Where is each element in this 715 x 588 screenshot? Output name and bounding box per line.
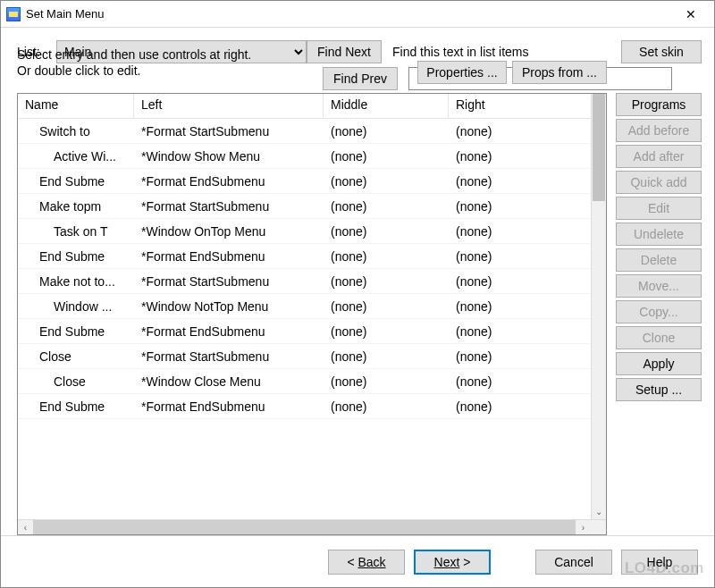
cell-name: Window ... <box>18 299 134 314</box>
undelete-button[interactable]: Undelete <box>616 223 702 246</box>
cell-left: *Format StartSubmenu <box>134 349 324 364</box>
cancel-button[interactable]: Cancel <box>535 550 612 575</box>
cell-left: *Format EndSubmenu <box>134 249 324 264</box>
wizard-buttons: < Back Next > Cancel Help <box>1 535 714 587</box>
cell-name: Close <box>18 374 134 389</box>
table-row[interactable]: Window ...*Window NotTop Menu(none)(none… <box>18 294 606 319</box>
cell-name: End Subme <box>18 324 134 339</box>
cell-left: *Window OnTop Menu <box>134 224 324 239</box>
cell-left: *Format StartSubmenu <box>134 274 324 289</box>
programs-button[interactable]: Programs <box>616 93 702 116</box>
cell-right: (none) <box>449 299 549 314</box>
cell-left: *Window Close Menu <box>134 374 324 389</box>
cell-middle: (none) <box>324 374 449 389</box>
cell-middle: (none) <box>324 399 449 414</box>
find-prev-button[interactable]: Find Prev <box>323 67 398 90</box>
table-row[interactable]: Active Wi...*Window Show Menu(none)(none… <box>18 144 606 169</box>
cell-left: *Format EndSubmenu <box>134 399 324 414</box>
cell-name: Make not to... <box>18 274 134 289</box>
table-row[interactable]: End Subme*Format EndSubmenu(none)(none) <box>18 319 606 344</box>
cell-right: (none) <box>449 174 549 189</box>
cell-name: Close <box>18 349 134 364</box>
properties-button[interactable]: Properties ... <box>417 61 507 84</box>
instructions-line1: Select entry and then use controls at ri… <box>17 47 294 63</box>
window-title: Set Main Menu <box>26 7 671 21</box>
cell-right: (none) <box>449 399 549 414</box>
copy-button[interactable]: Copy... <box>616 300 702 323</box>
cell-right: (none) <box>449 149 549 164</box>
cell-right: (none) <box>449 199 549 214</box>
find-label: Find this text in list items <box>392 45 612 59</box>
titlebar: Set Main Menu ✕ <box>1 1 714 28</box>
apply-button[interactable]: Apply <box>616 352 702 375</box>
cell-middle: (none) <box>324 224 449 239</box>
cell-middle: (none) <box>324 124 449 139</box>
cell-right: (none) <box>449 224 549 239</box>
watermark: LO4D.com <box>625 559 704 577</box>
cell-name: Switch to <box>18 124 134 139</box>
content-area: List: Main Find Next Find this text in l… <box>1 28 714 535</box>
table-row[interactable]: Switch to*Format StartSubmenu(none)(none… <box>18 119 606 144</box>
cell-middle: (none) <box>324 199 449 214</box>
edit-button[interactable]: Edit <box>616 197 702 220</box>
cell-left: *Format EndSubmenu <box>134 324 324 339</box>
cell-middle: (none) <box>324 274 449 289</box>
vertical-scrollbar[interactable]: ⌄ <box>591 94 606 519</box>
table-row[interactable]: Make topm*Format StartSubmenu(none)(none… <box>18 194 606 219</box>
cell-name: Make topm <box>18 199 134 214</box>
col-name[interactable]: Name <box>18 94 134 118</box>
clone-button[interactable]: Clone <box>616 326 702 349</box>
table-row[interactable]: Task on T*Window OnTop Menu(none)(none) <box>18 219 606 244</box>
main-area: Name Left Middle Right Switch to*Format … <box>17 93 702 535</box>
cell-right: (none) <box>449 349 549 364</box>
back-button[interactable]: < Back <box>328 550 405 575</box>
cell-name: Active Wi... <box>18 149 134 164</box>
chevron-left-icon[interactable]: ‹ <box>18 523 33 533</box>
close-icon[interactable]: ✕ <box>671 2 711 27</box>
table-row[interactable]: End Subme*Format EndSubmenu(none)(none) <box>18 394 606 419</box>
cell-left: *Window NotTop Menu <box>134 299 324 314</box>
cell-right: (none) <box>449 274 549 289</box>
cell-left: *Format StartSubmenu <box>134 199 324 214</box>
add-after-button[interactable]: Add after <box>616 145 702 168</box>
cell-left: *Format EndSubmenu <box>134 174 324 189</box>
table-row[interactable]: Make not to...*Format StartSubmenu(none)… <box>18 269 606 294</box>
col-right[interactable]: Right <box>449 94 549 118</box>
scroll-thumb[interactable] <box>593 94 605 201</box>
table-row[interactable]: End Subme*Format EndSubmenu(none)(none) <box>18 169 606 194</box>
chevron-right-icon[interactable]: › <box>576 523 591 533</box>
cell-middle: (none) <box>324 299 449 314</box>
table-row[interactable]: End Subme*Format EndSubmenu(none)(none) <box>18 244 606 269</box>
cell-right: (none) <box>449 324 549 339</box>
find-next-button[interactable]: Find Next <box>307 40 382 63</box>
add-before-button[interactable]: Add before <box>616 119 702 142</box>
col-left[interactable]: Left <box>134 94 324 118</box>
cell-left: *Format StartSubmenu <box>134 124 324 139</box>
cell-middle: (none) <box>324 174 449 189</box>
cell-right: (none) <box>449 374 549 389</box>
props-from-button[interactable]: Props from ... <box>512 61 607 84</box>
cell-middle: (none) <box>324 149 449 164</box>
quick-add-button[interactable]: Quick add <box>616 171 702 194</box>
cell-name: End Subme <box>18 249 134 264</box>
table-body[interactable]: Switch to*Format StartSubmenu(none)(none… <box>18 119 606 519</box>
table-row[interactable]: Close*Format StartSubmenu(none)(none) <box>18 344 606 369</box>
cell-name: End Subme <box>18 399 134 414</box>
table: Name Left Middle Right Switch to*Format … <box>17 93 607 535</box>
table-row[interactable]: Close*Window Close Menu(none)(none) <box>18 369 606 394</box>
chevron-down-icon[interactable]: ⌄ <box>592 505 606 519</box>
app-icon <box>6 7 21 21</box>
col-middle[interactable]: Middle <box>324 94 449 118</box>
move-button[interactable]: Move... <box>616 274 702 298</box>
dialog-window: Set Main Menu ✕ List: Main Find Next Fin… <box>0 0 715 588</box>
cell-right: (none) <box>449 124 549 139</box>
props-row: Properties ... Props from ... <box>417 61 702 84</box>
next-button[interactable]: Next > <box>414 550 491 575</box>
side-buttons: Programs Add before Add after Quick add … <box>616 93 702 535</box>
table-header: Name Left Middle Right <box>18 94 606 119</box>
setup-button[interactable]: Setup ... <box>616 378 702 401</box>
cell-middle: (none) <box>324 324 449 339</box>
delete-button[interactable]: Delete <box>616 248 702 272</box>
horizontal-scrollbar[interactable]: ‹ › <box>18 519 606 534</box>
hscroll-track[interactable] <box>33 520 576 534</box>
